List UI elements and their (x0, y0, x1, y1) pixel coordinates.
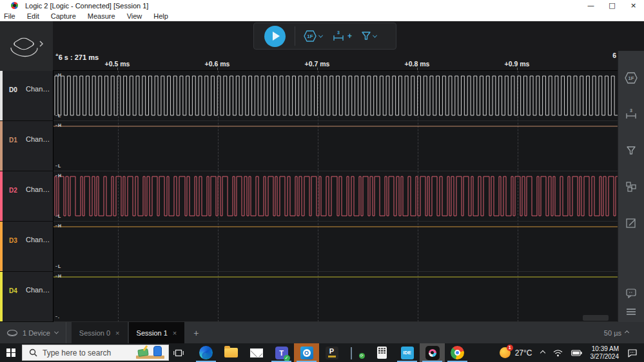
taskbar-outlook[interactable]: O (294, 343, 319, 362)
taskbar-remote-desktop[interactable]: ⟳ (344, 343, 369, 362)
taskbar-teams[interactable]: T✓ (269, 343, 294, 362)
menu-file[interactable]: File (0, 12, 21, 20)
channel-label-D3[interactable]: D3Chan… (0, 222, 53, 272)
waveform-area[interactable]: HLHLHLHLH. (53, 71, 618, 322)
channel-color-stripe (0, 272, 3, 321)
taskbar-ide[interactable]: IDE (395, 343, 420, 362)
waveform-row-D2[interactable]: HL (54, 171, 618, 222)
channel-label-D0[interactable]: D0Chan… (0, 71, 53, 121)
channel-label-D1[interactable]: D1Chan… (0, 121, 53, 171)
taskbar-edge[interactable] (193, 343, 219, 362)
device-count-label: 1 Device (23, 329, 50, 337)
sidebar-filter-button[interactable] (626, 145, 636, 157)
analyzers-dropdown[interactable]: 1F (303, 30, 322, 43)
maximize-button[interactable]: □ (601, 0, 623, 11)
taskbar-search[interactable] (22, 345, 169, 361)
channel-name-label: Chan… (26, 286, 50, 294)
start-capture-button[interactable] (264, 26, 286, 47)
taskbar-pcan-view[interactable]: P (319, 343, 344, 362)
menu-measure[interactable]: Measure (82, 12, 121, 20)
waveform-row-D3[interactable]: HL (54, 222, 618, 272)
tab-session-1[interactable]: Session 1 × (129, 322, 185, 343)
weather-widget[interactable]: 1 27°C (500, 347, 532, 358)
taskbar-file-explorer[interactable] (219, 343, 244, 362)
tray-overflow-button[interactable] (540, 350, 545, 355)
chevron-down-icon (54, 330, 59, 334)
channel-color-stripe (0, 222, 3, 271)
channel-id-label: D4 (9, 287, 17, 294)
logic2-icon (425, 346, 440, 360)
channel-label-D2[interactable]: D2Chan… (0, 171, 53, 222)
sidebar-menu-button[interactable] (625, 307, 637, 316)
calculator-icon (377, 347, 387, 359)
measurements-button[interactable]: 3 + (331, 30, 352, 43)
taskbar-mail[interactable] (244, 343, 269, 362)
taskbar-apps: T✓ O P ⟳ IDE (193, 343, 470, 362)
svg-text:3: 3 (630, 108, 632, 113)
close-button[interactable]: × (623, 0, 644, 11)
timeline-position-value: 6 s : 271 ms (59, 53, 99, 61)
menu-capture[interactable]: Capture (45, 12, 82, 20)
low-level-marker: L (55, 214, 61, 218)
tab-label: Session 0 (79, 329, 110, 337)
date-label: 3/27/2024 (590, 353, 620, 361)
timeline-edge-label: 6 (612, 52, 616, 59)
wifi-icon[interactable] (553, 349, 563, 357)
session-tab-bar: 1 Device Session 0 × Session 1 × + 50 µs (0, 322, 644, 343)
battery-icon[interactable] (571, 350, 582, 356)
teams-status-icon: ✓ (284, 355, 290, 361)
device-panel[interactable] (0, 21, 53, 71)
capture-toolbar: 1F 3 + (0, 21, 644, 51)
device-selector[interactable]: 1 Device (0, 322, 66, 343)
menu-edit[interactable]: Edit (21, 12, 45, 20)
sidebar-extensions-button[interactable] (625, 181, 637, 193)
sidebar-notes-button[interactable] (625, 217, 637, 229)
action-center-icon[interactable] (627, 348, 638, 357)
channel-name-label: Chan… (26, 236, 50, 243)
right-sidebar: 1F 3 (618, 51, 644, 322)
filter-dropdown[interactable] (361, 30, 376, 42)
channel-color-stripe (0, 121, 3, 171)
sidebar-analyzers-button[interactable]: 1F (624, 71, 638, 84)
new-session-button[interactable]: + (186, 322, 206, 343)
chevron-down-icon (318, 33, 323, 37)
toolbar-divider (295, 26, 295, 46)
pcan-view-icon: P (326, 347, 338, 359)
task-view-button[interactable] (169, 343, 188, 362)
timeline-tick-mark (217, 68, 218, 70)
channel-id-label: D2 (9, 187, 17, 194)
sidebar-chat-button[interactable] (625, 288, 637, 298)
channel-label-D4[interactable]: D4Chan… (0, 272, 53, 322)
high-level-marker: H (55, 173, 61, 178)
low-level-marker: L (55, 164, 61, 168)
taskbar-chrome[interactable] (445, 343, 470, 362)
tab-session-0[interactable]: Session 0 × (72, 322, 128, 343)
svg-text:1F: 1F (307, 33, 313, 39)
mail-icon (250, 348, 263, 357)
digital-waveform (54, 272, 618, 321)
zoom-level-control[interactable]: 50 µs (604, 322, 644, 343)
timeline-ruler[interactable]: +6 s : 271 ms 6 +0.5 ms+0.6 ms+0.7 ms+0.… (53, 51, 618, 71)
saleae-device-icon (8, 32, 45, 61)
low-level-marker: L (55, 113, 61, 118)
chrome-icon (451, 346, 464, 359)
sidebar-measurements-button[interactable]: 3 (624, 108, 638, 120)
waveform-rows: HLHLHLHLH. (54, 71, 618, 322)
waveform-row-D4[interactable]: H. (54, 272, 618, 322)
minimize-button[interactable]: — (580, 0, 601, 11)
channel-color-stripe (0, 71, 3, 120)
waveform-row-D0[interactable]: HL (54, 71, 618, 121)
channel-id-label: D3 (9, 237, 17, 244)
start-button[interactable] (0, 343, 22, 362)
close-tab-icon[interactable]: × (173, 329, 177, 337)
close-tab-icon[interactable]: × (115, 329, 119, 337)
menu-help[interactable]: Help (148, 12, 174, 20)
search-input[interactable] (43, 348, 120, 357)
horizontal-scrollbar[interactable] (583, 315, 609, 321)
taskbar-logic2[interactable] (420, 343, 445, 362)
menu-view[interactable]: View (121, 12, 148, 20)
waveform-row-D1[interactable]: HL (54, 121, 618, 171)
taskbar-calculator[interactable] (369, 343, 395, 362)
channel-id-label: D1 (9, 137, 17, 144)
taskbar-clock[interactable]: 10:39 AM 3/27/2024 (590, 345, 620, 360)
